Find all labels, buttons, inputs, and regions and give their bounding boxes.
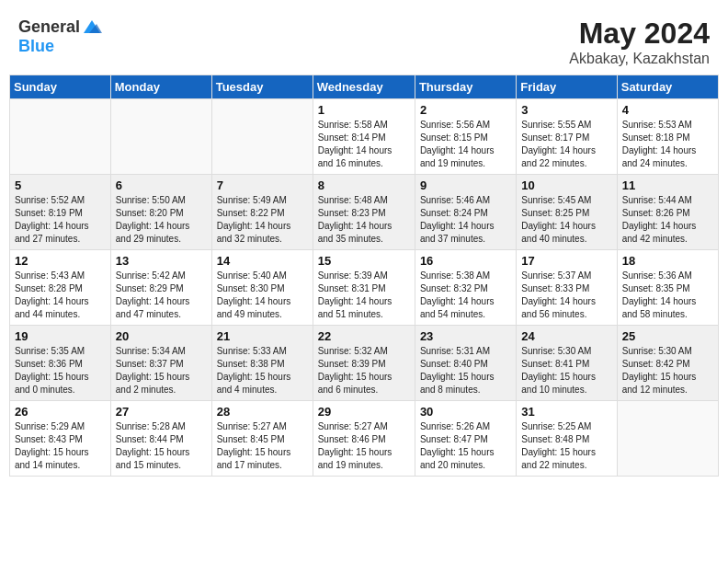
calendar-cell <box>617 401 718 477</box>
calendar-cell: 29Sunrise: 5:27 AM Sunset: 8:46 PM Dayli… <box>313 401 415 477</box>
day-info: Sunrise: 5:37 AM Sunset: 8:33 PM Dayligh… <box>521 270 611 321</box>
day-info: Sunrise: 5:34 AM Sunset: 8:37 PM Dayligh… <box>116 345 207 396</box>
day-number: 27 <box>116 405 207 419</box>
calendar-cell: 11Sunrise: 5:44 AM Sunset: 8:26 PM Dayli… <box>617 175 718 250</box>
calendar-table: SundayMondayTuesdayWednesdayThursdayFrid… <box>9 75 719 477</box>
day-number: 30 <box>420 405 511 419</box>
calendar-cell: 9Sunrise: 5:46 AM Sunset: 8:24 PM Daylig… <box>415 175 516 250</box>
calendar-cell: 2Sunrise: 5:56 AM Sunset: 8:15 PM Daylig… <box>415 99 516 175</box>
day-info: Sunrise: 5:35 AM Sunset: 8:36 PM Dayligh… <box>15 345 106 396</box>
calendar-cell <box>211 99 313 175</box>
day-number: 19 <box>15 329 106 343</box>
title-section: May 2024 Akbakay, Kazakhstan <box>569 17 710 67</box>
day-number: 24 <box>521 329 611 343</box>
day-info: Sunrise: 5:26 AM Sunset: 8:47 PM Dayligh… <box>420 420 511 472</box>
day-info: Sunrise: 5:44 AM Sunset: 8:26 PM Dayligh… <box>622 194 713 246</box>
day-number: 28 <box>217 405 308 419</box>
day-number: 29 <box>318 405 410 419</box>
calendar-cell <box>10 99 111 175</box>
day-info: Sunrise: 5:30 AM Sunset: 8:42 PM Dayligh… <box>622 345 713 396</box>
calendar-cell: 17Sunrise: 5:37 AM Sunset: 8:33 PM Dayli… <box>517 250 617 326</box>
weekday-header-friday: Friday <box>517 75 617 99</box>
day-info: Sunrise: 5:33 AM Sunset: 8:38 PM Dayligh… <box>217 345 308 396</box>
day-number: 11 <box>622 178 713 192</box>
calendar-cell: 6Sunrise: 5:50 AM Sunset: 8:20 PM Daylig… <box>110 175 211 250</box>
day-info: Sunrise: 5:39 AM Sunset: 8:31 PM Dayligh… <box>318 270 410 321</box>
calendar-cell: 30Sunrise: 5:26 AM Sunset: 8:47 PM Dayli… <box>415 401 516 477</box>
page-header: General Blue May 2024 Akbakay, Kazakhsta… <box>9 9 719 71</box>
day-info: Sunrise: 5:46 AM Sunset: 8:24 PM Dayligh… <box>420 194 511 246</box>
logo-text: General Blue <box>18 17 102 56</box>
day-number: 4 <box>622 103 713 117</box>
logo-icon <box>82 17 102 37</box>
calendar-cell: 31Sunrise: 5:25 AM Sunset: 8:48 PM Dayli… <box>517 401 617 477</box>
calendar-cell: 20Sunrise: 5:34 AM Sunset: 8:37 PM Dayli… <box>110 326 211 401</box>
day-number: 22 <box>318 329 410 343</box>
day-number: 1 <box>318 103 410 117</box>
day-info: Sunrise: 5:29 AM Sunset: 8:43 PM Dayligh… <box>15 420 106 472</box>
week-row-2: 5Sunrise: 5:52 AM Sunset: 8:19 PM Daylig… <box>10 175 719 250</box>
calendar-cell: 18Sunrise: 5:36 AM Sunset: 8:35 PM Dayli… <box>617 250 718 326</box>
day-number: 13 <box>116 254 207 268</box>
day-number: 6 <box>116 178 207 192</box>
day-number: 25 <box>622 329 713 343</box>
title-location: Akbakay, Kazakhstan <box>569 51 710 67</box>
calendar-cell: 5Sunrise: 5:52 AM Sunset: 8:19 PM Daylig… <box>10 175 111 250</box>
weekday-header-tuesday: Tuesday <box>211 75 313 99</box>
day-number: 14 <box>217 254 308 268</box>
day-number: 17 <box>521 254 611 268</box>
day-number: 23 <box>420 329 511 343</box>
calendar-cell: 1Sunrise: 5:58 AM Sunset: 8:14 PM Daylig… <box>313 99 415 175</box>
day-info: Sunrise: 5:31 AM Sunset: 8:40 PM Dayligh… <box>420 345 511 396</box>
calendar-cell: 7Sunrise: 5:49 AM Sunset: 8:22 PM Daylig… <box>211 175 313 250</box>
week-row-3: 12Sunrise: 5:43 AM Sunset: 8:28 PM Dayli… <box>10 250 719 326</box>
day-info: Sunrise: 5:56 AM Sunset: 8:15 PM Dayligh… <box>420 119 511 170</box>
title-month: May 2024 <box>569 17 710 51</box>
calendar-cell: 27Sunrise: 5:28 AM Sunset: 8:44 PM Dayli… <box>110 401 211 477</box>
day-number: 18 <box>622 254 713 268</box>
day-info: Sunrise: 5:50 AM Sunset: 8:20 PM Dayligh… <box>116 194 207 246</box>
day-info: Sunrise: 5:40 AM Sunset: 8:30 PM Dayligh… <box>217 270 308 321</box>
day-info: Sunrise: 5:36 AM Sunset: 8:35 PM Dayligh… <box>622 270 713 321</box>
calendar-cell: 26Sunrise: 5:29 AM Sunset: 8:43 PM Dayli… <box>10 401 111 477</box>
calendar-cell: 13Sunrise: 5:42 AM Sunset: 8:29 PM Dayli… <box>110 250 211 326</box>
calendar-cell: 23Sunrise: 5:31 AM Sunset: 8:40 PM Dayli… <box>415 326 516 401</box>
day-info: Sunrise: 5:43 AM Sunset: 8:28 PM Dayligh… <box>15 270 106 321</box>
day-info: Sunrise: 5:27 AM Sunset: 8:46 PM Dayligh… <box>318 420 410 472</box>
calendar-cell: 12Sunrise: 5:43 AM Sunset: 8:28 PM Dayli… <box>10 250 111 326</box>
day-info: Sunrise: 5:58 AM Sunset: 8:14 PM Dayligh… <box>318 119 410 170</box>
calendar-cell: 3Sunrise: 5:55 AM Sunset: 8:17 PM Daylig… <box>517 99 617 175</box>
day-number: 31 <box>521 405 611 419</box>
day-info: Sunrise: 5:52 AM Sunset: 8:19 PM Dayligh… <box>15 194 106 246</box>
calendar-cell: 24Sunrise: 5:30 AM Sunset: 8:41 PM Dayli… <box>517 326 617 401</box>
calendar-cell: 14Sunrise: 5:40 AM Sunset: 8:30 PM Dayli… <box>211 250 313 326</box>
day-info: Sunrise: 5:45 AM Sunset: 8:25 PM Dayligh… <box>521 194 611 246</box>
day-number: 2 <box>420 103 511 117</box>
calendar-cell: 16Sunrise: 5:38 AM Sunset: 8:32 PM Dayli… <box>415 250 516 326</box>
week-row-5: 26Sunrise: 5:29 AM Sunset: 8:43 PM Dayli… <box>10 401 719 477</box>
day-info: Sunrise: 5:38 AM Sunset: 8:32 PM Dayligh… <box>420 270 511 321</box>
day-number: 16 <box>420 254 511 268</box>
logo-general: General <box>18 17 80 37</box>
weekday-header-row: SundayMondayTuesdayWednesdayThursdayFrid… <box>10 75 719 99</box>
day-number: 21 <box>217 329 308 343</box>
logo-blue: Blue <box>18 37 54 55</box>
calendar-cell: 8Sunrise: 5:48 AM Sunset: 8:23 PM Daylig… <box>313 175 415 250</box>
calendar-cell: 22Sunrise: 5:32 AM Sunset: 8:39 PM Dayli… <box>313 326 415 401</box>
day-info: Sunrise: 5:42 AM Sunset: 8:29 PM Dayligh… <box>116 270 207 321</box>
weekday-header-sunday: Sunday <box>10 75 111 99</box>
day-info: Sunrise: 5:28 AM Sunset: 8:44 PM Dayligh… <box>116 420 207 472</box>
calendar-cell: 10Sunrise: 5:45 AM Sunset: 8:25 PM Dayli… <box>517 175 617 250</box>
weekday-header-thursday: Thursday <box>415 75 516 99</box>
calendar-cell: 15Sunrise: 5:39 AM Sunset: 8:31 PM Dayli… <box>313 250 415 326</box>
day-info: Sunrise: 5:25 AM Sunset: 8:48 PM Dayligh… <box>521 420 611 472</box>
day-number: 3 <box>521 103 611 117</box>
weekday-header-monday: Monday <box>110 75 211 99</box>
calendar-cell <box>110 99 211 175</box>
day-info: Sunrise: 5:27 AM Sunset: 8:45 PM Dayligh… <box>217 420 308 472</box>
week-row-4: 19Sunrise: 5:35 AM Sunset: 8:36 PM Dayli… <box>10 326 719 401</box>
logo: General Blue <box>18 17 102 56</box>
day-number: 20 <box>116 329 207 343</box>
day-number: 10 <box>521 178 611 192</box>
calendar-cell: 28Sunrise: 5:27 AM Sunset: 8:45 PM Dayli… <box>211 401 313 477</box>
